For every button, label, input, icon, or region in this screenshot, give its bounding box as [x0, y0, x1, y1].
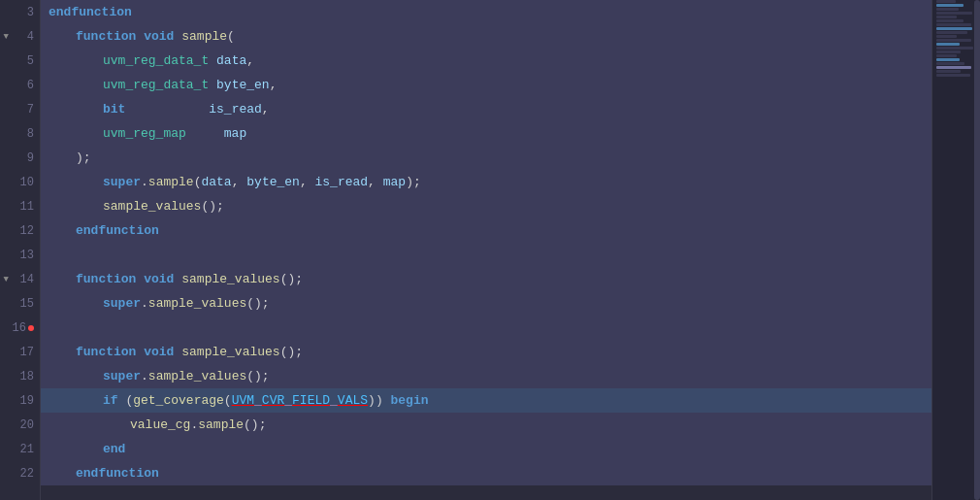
- punct-token: ();: [246, 369, 269, 383]
- punct-token: .: [141, 369, 148, 383]
- gutter-row: 13: [0, 243, 40, 267]
- punct-token: );: [406, 175, 421, 189]
- fn-token: sample_values: [148, 369, 246, 383]
- fn-token: sample_values: [148, 296, 246, 311]
- line-number: 4: [11, 30, 34, 44]
- kw-token: super: [103, 369, 141, 383]
- line-number: 3: [11, 6, 34, 19]
- punct-token: );: [76, 150, 91, 165]
- scrollbar-thumb[interactable]: [974, 0, 980, 500]
- param-token: is_read: [315, 175, 369, 189]
- minimap-line: [936, 54, 957, 57]
- minimap-line: [936, 16, 957, 18]
- punct-token: ,: [232, 175, 247, 189]
- line-number: 7: [11, 103, 34, 117]
- line-number: 14: [11, 273, 34, 286]
- fn-token: value_cg: [130, 417, 190, 432]
- punct-token: (: [227, 29, 235, 44]
- kw-token: bit: [103, 102, 125, 117]
- gutter-row: 20: [0, 413, 40, 437]
- code-line[interactable]: endfunction: [41, 0, 931, 24]
- line-number: 18: [11, 370, 34, 383]
- punct-token: .: [141, 175, 148, 189]
- line-number: 16: [3, 321, 26, 335]
- punct-token: )): [368, 393, 390, 408]
- minimap-line: [936, 4, 964, 7]
- punct-token: (: [125, 393, 133, 408]
- gutter-row: 6: [0, 73, 40, 97]
- code-line[interactable]: function void sample_values();: [41, 340, 931, 364]
- code-line[interactable]: sample_values();: [41, 194, 931, 218]
- kw-token: void: [144, 29, 181, 44]
- gutter-row: 19: [0, 388, 40, 413]
- code-line[interactable]: if (get_coverage(UVM_CVR_FIELD_VALS)) be…: [41, 388, 931, 413]
- fn-token: sample_values: [181, 272, 279, 286]
- code-line[interactable]: value_cg.sample();: [41, 413, 931, 437]
- line-number: 20: [11, 418, 34, 432]
- minimap-line: [936, 35, 957, 38]
- code-line[interactable]: [41, 243, 931, 267]
- code-line[interactable]: super.sample_values();: [41, 291, 931, 316]
- line-number: 17: [11, 346, 34, 359]
- gutter-row: 16: [0, 316, 40, 340]
- minimap-line: [936, 0, 956, 3]
- minimap-line: [936, 23, 971, 26]
- fold-marker[interactable]: ▼: [4, 32, 9, 42]
- code-line[interactable]: uvm_reg_data_t data,: [41, 49, 931, 73]
- param-token: is_read: [209, 102, 262, 117]
- line-number: 15: [11, 297, 34, 311]
- error-indicator: [28, 325, 34, 331]
- code-area[interactable]: endfunctionfunction void sample(uvm_reg_…: [41, 0, 931, 500]
- line-number-gutter: 3▼45678910111213▼141516171819202122: [0, 0, 41, 500]
- kw-token: super: [103, 175, 141, 189]
- line-number: 21: [11, 443, 34, 456]
- line-number: 13: [11, 249, 34, 262]
- code-line[interactable]: super.sample_values();: [41, 364, 931, 388]
- code-line[interactable]: super.sample(data, byte_en, is_read, map…: [41, 170, 931, 194]
- code-line[interactable]: bit is_read,: [41, 97, 931, 121]
- punct-token: ();: [246, 296, 269, 311]
- kw-token: if: [103, 393, 125, 408]
- punct-token: ,: [246, 53, 254, 68]
- fn-token: sample: [198, 417, 244, 432]
- code-line[interactable]: end: [41, 437, 931, 461]
- minimap-line: [936, 31, 967, 34]
- kw-token: endfunction: [76, 466, 159, 481]
- gutter-row: 12: [0, 218, 40, 243]
- gutter-row: 5: [0, 49, 40, 73]
- minimap: [931, 0, 980, 500]
- code-line[interactable]: );: [41, 146, 931, 170]
- punct-token: ();: [201, 199, 223, 214]
- param-token: map: [383, 175, 406, 189]
- minimap-line: [936, 62, 964, 65]
- gutter-row: 22: [0, 461, 40, 485]
- code-line[interactable]: endfunction: [41, 218, 931, 243]
- gutter-row: 11: [0, 194, 40, 218]
- kw-token: function: [76, 272, 144, 286]
- code-line[interactable]: [41, 316, 931, 340]
- fn-token: sample: [181, 29, 227, 44]
- param-token: byte_en: [246, 175, 300, 189]
- line-number: 10: [11, 176, 34, 189]
- kw-token: void: [144, 272, 181, 286]
- gutter-row: 10: [0, 170, 40, 194]
- kw-token: endfunction: [76, 223, 159, 238]
- punct-token: ,: [270, 78, 278, 92]
- code-line[interactable]: uvm_reg_data_t byte_en,: [41, 73, 931, 97]
- fn-token: sample_values: [181, 345, 279, 359]
- fold-marker[interactable]: ▼: [4, 275, 9, 284]
- gutter-row: 15: [0, 291, 40, 316]
- minimap-line: [936, 66, 971, 69]
- line-number: 5: [11, 54, 34, 68]
- minimap-line: [936, 12, 972, 15]
- code-line[interactable]: endfunction: [41, 461, 931, 485]
- line-number: 11: [11, 200, 34, 214]
- type-token: uvm_reg_data_t: [103, 53, 216, 68]
- punct-token: ,: [262, 102, 270, 117]
- minimap-line: [936, 70, 961, 73]
- gutter-row: 18: [0, 364, 40, 388]
- code-line[interactable]: function void sample_values();: [41, 267, 931, 291]
- fn-token: get_coverage: [133, 393, 224, 408]
- code-line[interactable]: function void sample(: [41, 24, 931, 49]
- code-line[interactable]: uvm_reg_map map: [41, 121, 931, 146]
